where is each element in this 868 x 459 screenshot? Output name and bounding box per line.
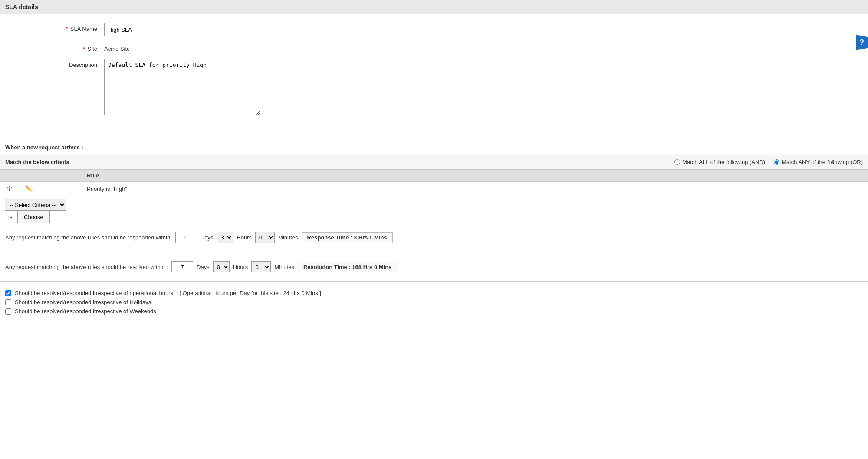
resolution-minutes-select[interactable]: 0153045: [251, 261, 271, 272]
criteria-header: Match the below criteria Match ALL of th…: [0, 155, 868, 169]
rules-table-container: Rule 🗑 ✏️ Priority is "High": [0, 169, 868, 226]
response-minutes-select[interactable]: 0153045: [255, 232, 275, 243]
divider-1: [0, 136, 868, 136]
match-options: Match ALL of the following (AND) Match A…: [674, 159, 863, 165]
resolution-days-label: Days: [197, 264, 210, 270]
holidays-label: Should be resolved/responded irrespectiv…: [15, 299, 153, 305]
page-container: SLA details ? * SLA Name * Site Acme Sit…: [0, 0, 868, 459]
edit-rule-button[interactable]: ✏️: [23, 184, 34, 193]
col-delete-header: [0, 170, 19, 182]
description-row: Description Default SLA for priority Hig…: [17, 59, 851, 117]
col-edit-header: [19, 170, 39, 182]
edit-cell: ✏️: [19, 182, 39, 196]
select-criteria-cell: -- Select Criteria -- is Choose: [0, 196, 82, 226]
response-days-label: Days: [201, 234, 214, 241]
criteria-select[interactable]: -- Select Criteria --: [5, 199, 66, 211]
response-label: Any request matching the above rules sho…: [5, 234, 172, 241]
holidays-row: Should be resolved/responded irrespectiv…: [5, 299, 863, 305]
rules-table: Rule 🗑 ✏️ Priority is "High": [0, 169, 868, 226]
divider-2: [0, 252, 868, 252]
match-any-option[interactable]: Match ANY of the following (OR): [774, 159, 863, 165]
operational-hours-label: Should be resolved/responded irrespectiv…: [15, 290, 321, 296]
required-marker: *: [66, 26, 68, 32]
delete-cell: 🗑: [0, 182, 19, 196]
col-rule-spacer: [39, 170, 82, 182]
operational-hours-checkbox[interactable]: [5, 290, 11, 296]
select-criteria-rule-cell: [82, 196, 868, 226]
rule-text: Priority is "High": [87, 186, 127, 192]
site-required-marker: *: [83, 46, 85, 52]
site-value: Acme Site: [104, 43, 130, 52]
match-all-label: Match ALL of the following (AND): [682, 159, 765, 165]
when-label: When a new request arrives :: [0, 140, 868, 155]
is-text: is: [5, 214, 16, 220]
col-rule-header: Rule: [82, 170, 868, 182]
response-hours-select[interactable]: 3 01245 678: [217, 232, 233, 243]
form-body: * SLA Name * Site Acme Site Description …: [0, 14, 868, 132]
match-any-label: Match ANY of the following (OR): [782, 159, 863, 165]
help-button[interactable]: ?: [856, 35, 868, 50]
choose-button[interactable]: Choose: [17, 211, 50, 223]
match-any-radio[interactable]: [774, 159, 779, 165]
response-hours-label: Hours: [237, 234, 252, 241]
resolution-days-input[interactable]: [171, 261, 193, 272]
response-minutes-label: Minutes: [278, 234, 298, 241]
match-all-radio[interactable]: [674, 159, 680, 165]
site-label: * Site: [17, 43, 104, 52]
resolution-hours-label: Hours: [233, 264, 248, 270]
description-label: Description: [17, 59, 104, 68]
description-textarea[interactable]: Default SLA for priority High: [104, 59, 260, 115]
select-criteria-row: -- Select Criteria -- is Choose: [0, 196, 868, 226]
response-section: Any request matching the above rules sho…: [0, 226, 868, 248]
sla-name-label: * SLA Name: [17, 23, 104, 32]
resolution-section: Any request matching the above rules sho…: [0, 256, 868, 278]
resolution-time-info: Resolution Time : 168 Hrs 0 Mins: [298, 262, 397, 272]
criteria-section: Match the below criteria Match ALL of th…: [0, 155, 868, 226]
resolution-minutes-label: Minutes: [274, 264, 294, 270]
description-input-wrapper: Default SLA for priority High: [104, 59, 260, 117]
response-time-info: Response Time : 3 Hrs 0 Mins: [302, 232, 393, 243]
section-title: SLA details: [5, 3, 38, 10]
weekends-row: Should be resolved/responded irrespectiv…: [5, 308, 863, 315]
sla-name-row: * SLA Name: [17, 23, 851, 36]
delete-rule-button[interactable]: 🗑: [5, 184, 14, 193]
checkbox-section: Should be resolved/responded irrespectiv…: [0, 285, 868, 321]
section-header: SLA details: [0, 0, 868, 14]
match-title: Match the below criteria: [5, 159, 69, 165]
rule-row: 🗑 ✏️ Priority is "High": [0, 182, 868, 196]
resolution-hours-select[interactable]: 0123: [213, 261, 230, 272]
weekends-checkbox[interactable]: [5, 308, 11, 315]
rule-spacer-cell: [39, 182, 82, 196]
match-all-option[interactable]: Match ALL of the following (AND): [674, 159, 765, 165]
resolution-label: Any request matching the above rules sho…: [5, 264, 168, 270]
holidays-checkbox[interactable]: [5, 299, 11, 305]
sla-name-input-wrapper: [104, 23, 260, 36]
site-row: * Site Acme Site: [17, 43, 851, 52]
sla-name-input[interactable]: [104, 23, 260, 36]
rule-text-cell: Priority is "High": [82, 182, 868, 196]
weekends-label: Should be resolved/responded irrespectiv…: [15, 308, 158, 315]
divider-3: [0, 281, 868, 282]
operational-hours-row: Should be resolved/responded irrespectiv…: [5, 290, 863, 296]
response-days-input[interactable]: [175, 232, 197, 243]
